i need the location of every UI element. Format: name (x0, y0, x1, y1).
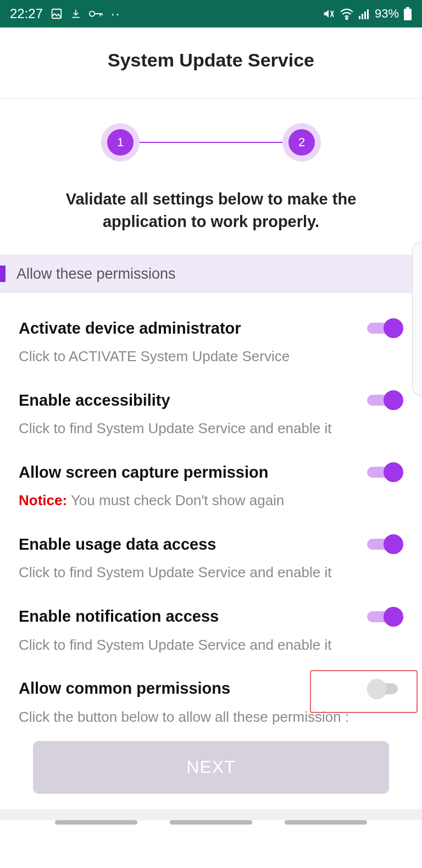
page-title: System Update Service (0, 27, 422, 98)
step-1-label: 1 (107, 129, 134, 156)
vibrate-mute-icon (322, 8, 335, 20)
notice-prefix: Notice: (19, 492, 67, 508)
perm-title: Allow screen capture permission (19, 463, 360, 482)
instruction-text: Validate all settings below to make the … (0, 183, 422, 255)
bottom-spacer (0, 809, 422, 820)
toggle-common-permissions[interactable] (367, 679, 403, 699)
perm-notification-access[interactable]: Enable notification access Click to find… (0, 590, 422, 662)
vpn-key-icon (89, 8, 103, 19)
toggle-usage-data[interactable] (367, 534, 403, 554)
perm-title: Activate device administrator (19, 319, 360, 338)
svg-rect-10 (404, 9, 412, 20)
step-1: 1 (101, 123, 140, 162)
battery-percent: 93% (375, 7, 399, 21)
section-header-label: Allow these permissions (16, 266, 176, 283)
svg-rect-7 (362, 14, 363, 19)
nav-home[interactable] (170, 820, 252, 825)
nav-back[interactable] (285, 820, 367, 825)
step-connector (140, 142, 282, 143)
perm-title: Enable usage data access (19, 535, 360, 554)
step-2-label: 2 (288, 129, 315, 156)
toggle-notification[interactable] (367, 607, 403, 627)
signal-icon (358, 8, 370, 19)
section-header: Allow these permissions (0, 255, 422, 293)
download-icon (70, 8, 81, 20)
android-nav-bar (0, 820, 422, 832)
perm-title: Enable accessibility (19, 391, 360, 410)
perm-subtitle: Click to find System Update Service and … (19, 635, 403, 655)
status-left: 22:27 ·· (10, 6, 120, 21)
svg-rect-9 (367, 9, 369, 19)
svg-rect-8 (364, 12, 366, 19)
nav-recent[interactable] (55, 820, 137, 825)
perm-subtitle: Notice: You must check Don't show again (19, 491, 403, 510)
svg-rect-6 (359, 16, 360, 19)
perm-title: Enable notification access (19, 607, 360, 626)
svg-rect-1 (72, 17, 79, 18)
image-icon (51, 8, 63, 20)
svg-rect-11 (406, 7, 409, 9)
perm-usage-data[interactable]: Enable usage data access Click to find S… (0, 518, 422, 590)
status-time: 22:27 (10, 6, 43, 21)
step-2: 2 (282, 123, 321, 162)
perm-enable-accessibility[interactable]: Enable accessibility Click to find Syste… (0, 374, 422, 446)
toggle-device-admin[interactable] (367, 318, 403, 338)
perm-subtitle: Click to ACTIVATE System Update Service (19, 347, 403, 366)
perm-activate-device-admin[interactable]: Activate device administrator Click to A… (0, 302, 422, 374)
wifi-icon (340, 8, 354, 20)
section-accent-bar (0, 266, 5, 282)
svg-point-5 (346, 18, 347, 19)
notice-rest: You must check Don't show again (67, 492, 284, 508)
toggle-screen-capture[interactable] (367, 462, 403, 482)
next-button-row: NEXT (0, 736, 422, 809)
status-bar: 22:27 ·· 93% (0, 0, 422, 27)
toggle-accessibility[interactable] (367, 390, 403, 410)
more-icon: ·· (111, 6, 120, 21)
svg-rect-0 (52, 9, 62, 19)
perm-common-permissions[interactable]: Allow common permissions Click the butto… (0, 662, 422, 730)
next-button[interactable]: NEXT (33, 741, 389, 794)
perm-subtitle: Click the button below to allow all thes… (19, 707, 403, 727)
scrollbar-edge[interactable] (412, 242, 422, 396)
stepper: 1 2 (0, 99, 422, 183)
permission-list: Activate device administrator Click to A… (0, 293, 422, 736)
perm-subtitle: Click to find System Update Service and … (19, 563, 403, 582)
status-right: 93% (322, 7, 412, 21)
perm-title: Allow common permissions (19, 679, 360, 698)
perm-screen-capture[interactable]: Allow screen capture permission Notice: … (0, 446, 422, 518)
perm-subtitle: Click to find System Update Service and … (19, 419, 403, 438)
battery-icon (403, 7, 412, 20)
svg-point-2 (90, 11, 95, 16)
